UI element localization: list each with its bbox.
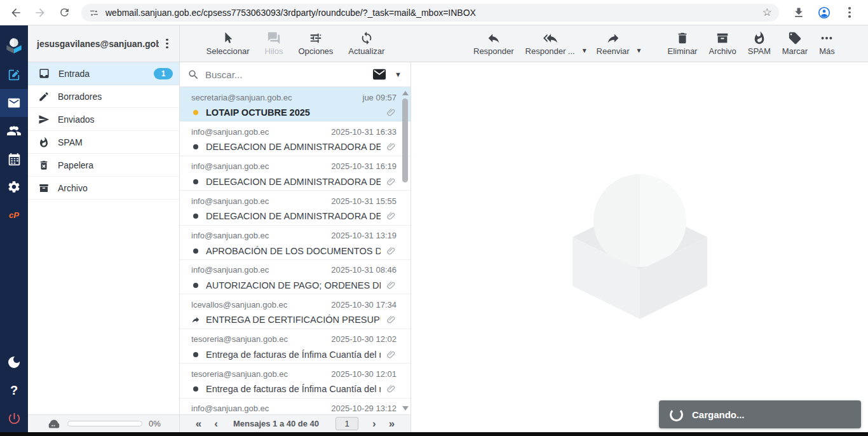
list-scrollbar[interactable] [401, 88, 409, 413]
cpanel-icon: cP [9, 210, 19, 220]
download-icon [792, 6, 805, 19]
spam-button[interactable]: SPAM [744, 30, 775, 57]
list-item[interactable]: info@sanjuan.gob.ec2025-10-31 15:55 DELE… [180, 191, 410, 225]
scroll-up-icon[interactable] [402, 91, 409, 95]
scroll-down-icon[interactable] [402, 406, 409, 411]
next-page-button[interactable]: › [369, 418, 380, 429]
threads-button[interactable]: Hilos [261, 30, 287, 57]
cursor-icon [221, 31, 235, 45]
rail-logout-button[interactable] [0, 404, 28, 432]
list-item[interactable]: info@sanjuan.gob.ec2025-10-31 08:46 AUTO… [180, 260, 410, 294]
list-item[interactable]: lcevallos@sanjuan.gob.ec2025-10-30 17:34… [180, 294, 410, 329]
profile-button[interactable] [813, 2, 835, 24]
threads-icon [267, 31, 281, 45]
rail-settings-button[interactable] [0, 173, 28, 201]
browser-forward-button[interactable] [29, 2, 51, 24]
power-icon [7, 411, 22, 426]
rail-compose-button[interactable] [0, 61, 28, 89]
url-text[interactable]: webmail.sanjuan.gob.ec/cpsess7753063093/… [105, 8, 752, 18]
message-sender: info@sanjuan.gob.ec [191, 127, 326, 137]
message-sender: tesoreria@sanjuan.gob.ec [191, 334, 326, 344]
rail-mail-button[interactable] [0, 89, 28, 117]
account-email: jesusgavilanes@sanjuan.gob.... [37, 39, 159, 49]
back-arrow-icon [10, 6, 22, 19]
browser-reload-button[interactable] [53, 2, 75, 24]
message-date: 2025-10-31 13:19 [331, 231, 397, 240]
more-button[interactable]: Más [815, 30, 839, 57]
trash-icon [38, 160, 50, 171]
page-number-input[interactable] [336, 417, 358, 430]
delete-button[interactable]: Eliminar [664, 30, 702, 57]
message-sender: tesoreria@sanjuan.gob.ec [191, 369, 326, 379]
site-info-icon[interactable] [89, 8, 99, 18]
kebab-menu-icon [848, 7, 851, 18]
message-date: 2025-10-29 13:12 [331, 404, 397, 413]
message-subject: APROBACIÓN DE LOS DOCUMENTOS DE LA... [206, 246, 381, 256]
mail-icon [7, 96, 21, 110]
sidebar-item-sent[interactable]: Enviados [28, 108, 179, 131]
reply-all-button[interactable]: Responder ... [522, 30, 579, 57]
message-subject: DELEGACION DE ADMINISTRADORA DE OR... [206, 142, 381, 152]
browser-menu-button[interactable] [839, 2, 860, 24]
attachment-icon [386, 211, 397, 221]
pagination-bar: « ‹ Mensajes 1 a 40 de 40 › » [180, 414, 410, 432]
sidebar-item-archive[interactable]: Archivo [28, 177, 179, 200]
list-item[interactable]: tesoreria@sanjuan.gob.ec2025-10-30 12:02… [180, 329, 410, 364]
message-count-label: Mensajes 1 a 40 de 40 [233, 419, 319, 428]
rail-cpanel-link[interactable]: cP [0, 201, 28, 229]
message-date: jue 09:57 [363, 93, 397, 102]
refresh-button[interactable]: Actualizar [344, 30, 388, 57]
list-item[interactable]: info@sanjuan.gob.ec2025-10-31 13:19 APRO… [180, 226, 410, 260]
bookmark-star-icon[interactable]: ☆ [759, 4, 775, 21]
storage-disk-icon [47, 417, 61, 431]
preview-pane: Cargando... [411, 62, 868, 432]
archive-button[interactable]: Archivo [705, 30, 740, 57]
search-scope-button[interactable] [372, 68, 386, 81]
list-item[interactable]: secretaria@sanjuan.gob.ecjue 09:57 LOTAI… [180, 87, 410, 121]
rail-calendar-button[interactable] [0, 145, 28, 173]
search-options-caret[interactable]: ▼ [392, 71, 404, 78]
message-subject: LOTAIP OCTUBRE 2025 [206, 107, 381, 118]
list-item[interactable]: info@sanjuan.gob.ec2025-10-31 16:19 DELE… [180, 156, 410, 191]
list-item[interactable]: info@sanjuan.gob.ec2025-10-31 16:33 DELE… [180, 121, 410, 156]
compose-icon [7, 68, 21, 82]
select-button[interactable]: Seleccionar [203, 30, 254, 57]
contacts-icon [6, 123, 22, 139]
mark-button[interactable]: Marcar [778, 30, 811, 57]
forward-button[interactable]: Reenviar [593, 30, 634, 57]
sidebar-item-drafts[interactable]: Borradores [28, 85, 179, 108]
prev-page-button[interactable]: ‹ [210, 418, 222, 429]
reply-button[interactable]: Responder [470, 30, 518, 57]
attachment-icon [386, 280, 397, 290]
message-sender: info@sanjuan.gob.ec [191, 161, 326, 171]
search-bar: ▼ [180, 62, 410, 87]
download-button[interactable] [788, 2, 810, 24]
folder-label: Archivo [58, 183, 173, 193]
browser-back-button[interactable] [5, 2, 27, 24]
rail-contacts-button[interactable] [0, 117, 28, 145]
last-page-button[interactable]: » [385, 418, 398, 429]
account-menu-button[interactable] [159, 34, 175, 53]
quota-footer: 0% [28, 414, 179, 432]
rail-darkmode-button[interactable] [0, 348, 28, 376]
forward-icon [606, 31, 620, 45]
list-item[interactable]: info@sanjuan.gob.ec2025-10-29 13:12 [180, 399, 410, 414]
gear-icon [7, 180, 21, 194]
address-bar[interactable]: webmail.sanjuan.gob.ec/cpsess7753063093/… [81, 4, 779, 22]
message-date: 2025-10-30 12:01 [331, 369, 397, 379]
rail-help-button[interactable]: ? [0, 376, 28, 404]
first-page-button[interactable]: « [192, 418, 205, 429]
message-subject: Entrega de facturas de Ínfima Cuantía de… [206, 384, 381, 394]
search-input[interactable] [205, 69, 367, 80]
status-dot-icon [191, 214, 200, 219]
browser-toolbar: webmail.sanjuan.gob.ec/cpsess7753063093/… [0, 0, 868, 25]
forward-dropdown-caret[interactable]: ▼ [636, 47, 642, 54]
sidebar-item-inbox[interactable]: Entrada 1 [28, 62, 179, 85]
sidebar-item-spam[interactable]: SPAM [28, 131, 179, 154]
options-button[interactable]: Opciones [294, 30, 337, 57]
scrollbar-thumb[interactable] [402, 99, 408, 182]
reply-all-dropdown-caret[interactable]: ▼ [581, 47, 588, 54]
sidebar-item-trash[interactable]: Papelera [28, 154, 179, 177]
message-sender: info@sanjuan.gob.ec [191, 265, 326, 275]
list-item[interactable]: tesoreria@sanjuan.gob.ec2025-10-30 12:01… [180, 364, 410, 398]
